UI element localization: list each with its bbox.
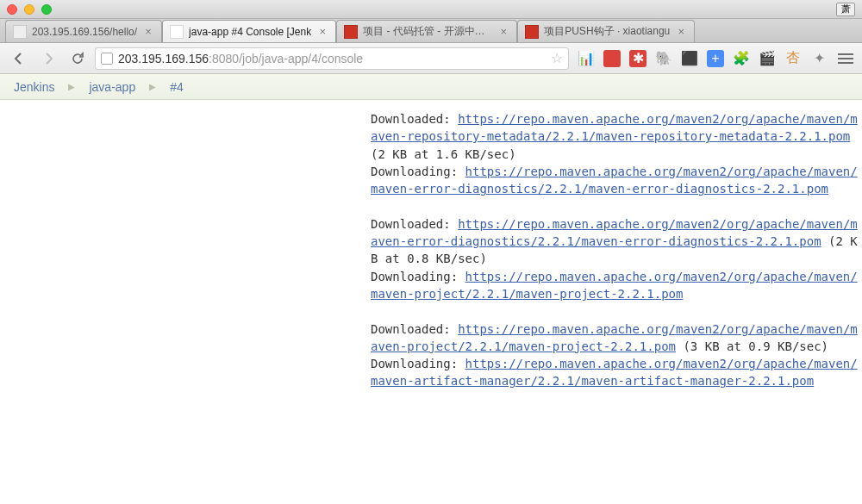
url-port: :8080: [209, 52, 239, 65]
tab-0[interactable]: 203.195.169.156/hello/×: [5, 20, 162, 42]
breadcrumb-item[interactable]: java-app: [89, 80, 135, 94]
tab-2[interactable]: 项目 - 代码托管 - 开源中国社×: [336, 20, 517, 42]
zoom-window-button[interactable]: [41, 4, 52, 15]
extension-icon-4[interactable]: ⬛: [681, 50, 698, 67]
extension-icon-6[interactable]: 🧩: [733, 50, 750, 67]
window-titlebar: 萧: [0, 0, 862, 19]
favicon-icon: [170, 25, 184, 39]
tab-label: 项目 - 代码托管 - 开源中国社: [363, 24, 492, 39]
breadcrumb-separator-icon: ▶: [68, 82, 75, 91]
extension-icon-1[interactable]: [603, 50, 621, 67]
console-text: Downloading:: [371, 165, 465, 178]
favicon-icon: [525, 25, 539, 39]
console-output: Downloaded: https://repo.maven.apache.or…: [371, 100, 862, 390]
url-path: /job/java-app/4/console: [239, 52, 363, 65]
bookmark-star-icon[interactable]: ☆: [551, 50, 563, 66]
console-text: Downloaded:: [371, 322, 458, 336]
tab-label: 203.195.169.156/hello/: [32, 26, 137, 38]
console-text: (3 KB at 0.9 KB/sec): [676, 339, 828, 353]
console-text: Downloading:: [371, 270, 465, 283]
reload-button[interactable]: [66, 47, 90, 70]
tab-strip: 203.195.169.156/hello/×java-app #4 Conso…: [0, 19, 862, 43]
console-text: Downloaded:: [371, 112, 458, 126]
tab-close-icon[interactable]: ×: [316, 25, 328, 38]
tab-3[interactable]: 项目PUSH钩子 · xiaotiangu×: [517, 20, 695, 42]
extension-icon-3[interactable]: 🐘: [655, 50, 672, 67]
back-button[interactable]: [7, 47, 31, 70]
breadcrumb-item[interactable]: Jenkins: [14, 80, 54, 94]
console-text: Downloading:: [371, 357, 465, 370]
url-host: 203.195.169.156: [118, 52, 209, 65]
tab-label: java-app #4 Console [Jenk: [189, 26, 311, 38]
breadcrumb-separator-icon: ▶: [149, 82, 156, 91]
breadcrumb-item[interactable]: #4: [170, 80, 184, 94]
minimize-window-button[interactable]: [24, 4, 34, 15]
tab-close-icon[interactable]: ×: [675, 25, 687, 38]
traffic-lights: [7, 4, 52, 15]
tab-close-icon[interactable]: ×: [497, 25, 509, 38]
tab-label: 项目PUSH钩子 · xiaotiangu: [544, 24, 670, 39]
tab-close-icon[interactable]: ×: [142, 25, 154, 38]
extension-icon-2[interactable]: ✱: [629, 50, 646, 67]
favicon-icon: [344, 25, 358, 39]
extension-icon-5[interactable]: +: [707, 50, 724, 67]
extension-icon-9[interactable]: ✦: [810, 50, 828, 67]
close-window-button[interactable]: [7, 4, 17, 15]
forward-button[interactable]: [36, 47, 60, 70]
url-text: 203.195.169.156:8080/job/java-app/4/cons…: [118, 52, 546, 65]
extension-icons: 📊✱🐘⬛+🧩🎬杏✦: [574, 50, 831, 67]
tab-1[interactable]: java-app #4 Console [Jenk×: [162, 20, 336, 42]
page-icon: [101, 53, 113, 65]
menu-button[interactable]: [836, 50, 855, 67]
address-bar[interactable]: 203.195.169.156:8080/job/java-app/4/cons…: [95, 47, 569, 70]
extension-icon-0[interactable]: 📊: [578, 50, 595, 67]
user-badge[interactable]: 萧: [836, 3, 855, 16]
extension-icon-8[interactable]: 杏: [784, 50, 802, 67]
browser-toolbar: 203.195.169.156:8080/job/java-app/4/cons…: [0, 43, 862, 74]
breadcrumb: Jenkins▶java-app▶#4: [0, 74, 862, 100]
favicon-icon: [13, 25, 27, 39]
extension-icon-7[interactable]: 🎬: [759, 50, 776, 67]
console-text: Downloaded:: [371, 217, 458, 231]
